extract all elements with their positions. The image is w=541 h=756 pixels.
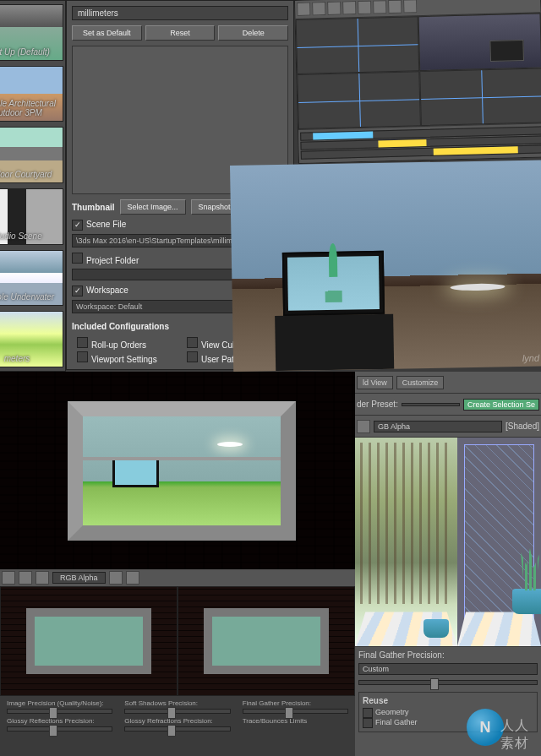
- wireframe-viewport[interactable]: [457, 438, 541, 646]
- ceiling-lamp: [450, 283, 505, 291]
- viewport-left[interactable]: [419, 68, 541, 126]
- toolbar-icon[interactable]: [358, 1, 371, 14]
- right-toolbar-3: GB Alpha [Shaded]: [355, 416, 541, 438]
- right-toolbar: ld View Customize: [355, 372, 541, 394]
- scene-tv: [489, 40, 524, 62]
- copy-icon[interactable]: [19, 571, 32, 585]
- viewport-perspective[interactable]: [418, 13, 541, 71]
- thumb-underwater[interactable]: Sample Underwater: [0, 250, 63, 307]
- set-default-button[interactable]: Set as Default: [72, 25, 142, 41]
- toolbar-icon[interactable]: [373, 0, 386, 14]
- thumb-label: meters: [4, 354, 30, 363]
- interior-tv: [112, 458, 159, 487]
- render-output-a[interactable]: [0, 586, 178, 696]
- channel-dropdown[interactable]: RGB Alpha: [52, 572, 106, 584]
- delete-button[interactable]: Delete: [218, 25, 288, 41]
- shaded-label: [Shaded]: [505, 422, 539, 431]
- striped-tablecloth: [457, 612, 541, 646]
- alpha-dropdown[interactable]: GB Alpha: [374, 421, 502, 432]
- thumb-courtyard[interactable]: Outdoor Courtyard: [0, 127, 63, 183]
- select-image-button[interactable]: Select Image...: [120, 199, 186, 215]
- thumb-label: Outdoor Courtyard: [0, 170, 52, 179]
- toolbar-icon[interactable]: [388, 0, 402, 14]
- thumb-meters[interactable]: meters: [0, 311, 63, 367]
- thumb-label: Start Up (Default): [0, 47, 50, 57]
- customize-tab[interactable]: Customize: [396, 376, 445, 389]
- reset-button[interactable]: Reset: [145, 25, 216, 41]
- soft-shadows-label: Soft Shadows Precision:: [124, 699, 230, 707]
- tv: [282, 251, 385, 316]
- alpha-icon[interactable]: [126, 571, 139, 585]
- render-frame-window: RGB Alpha Image Precision (Quality/Noise…: [0, 569, 355, 756]
- site-watermark: N 人人素材: [467, 709, 534, 749]
- rgb-icon[interactable]: [109, 571, 123, 585]
- preset-label: der Preset:: [357, 400, 398, 409]
- viewport-panel: [294, 0, 541, 164]
- window-frame: [68, 401, 296, 541]
- template-thumbnails: Start Up (Default) Sample Architectural …: [0, 0, 66, 372]
- template-name-field[interactable]: millimeters: [72, 6, 288, 20]
- camera-sequencer: [298, 122, 541, 163]
- glossy-refl-slider[interactable]: [7, 726, 112, 732]
- clone-icon[interactable]: [36, 571, 49, 585]
- right-toolbar-2: der Preset: Create Selection Se: [355, 394, 541, 416]
- final-gather-label: Final Gather Precision:: [243, 699, 348, 707]
- rendered-room-preview: lynd: [230, 160, 541, 372]
- fg-dropdown[interactable]: Custom: [358, 663, 538, 675]
- render-compare: [355, 438, 541, 646]
- thumb-label: Sample Architectural Outdoor 3PM: [0, 99, 59, 117]
- window-bar: [83, 457, 281, 460]
- viewport-front[interactable]: [297, 71, 421, 129]
- thumb-studio[interactable]: Studio Scene: [0, 188, 63, 245]
- thumb-label: Sample Underwater: [0, 292, 54, 302]
- thumb-startup[interactable]: Start Up (Default): [0, 4, 63, 61]
- preset-dropdown[interactable]: [402, 403, 460, 406]
- toolbar-icon[interactable]: [403, 0, 417, 14]
- glossy-refr-slider[interactable]: [124, 726, 230, 732]
- toolbar-icon[interactable]: [342, 1, 356, 14]
- toolbar-icon[interactable]: [297, 3, 310, 16]
- tv-stand: [275, 314, 394, 371]
- toolbar-icon[interactable]: [312, 2, 325, 15]
- watermark-text: 人人素材: [500, 717, 534, 753]
- plant-leaves: [521, 548, 539, 590]
- image-precision-slider[interactable]: [7, 709, 112, 714]
- render-quality-sliders: Image Precision (Quality/Noise): Soft Sh…: [0, 696, 355, 735]
- soft-shadows-slider[interactable]: [124, 709, 230, 714]
- final-gather-slider[interactable]: [243, 709, 348, 714]
- frame-toolbar: RGB Alpha: [0, 569, 355, 586]
- interior-view: [83, 416, 281, 525]
- brick-window-render: [0, 372, 355, 570]
- blue-pot: [512, 589, 541, 614]
- thumb-label: Studio Scene: [0, 231, 42, 241]
- photo-render[interactable]: [355, 438, 457, 646]
- save-icon[interactable]: [2, 571, 15, 585]
- right-render-panel: ld View Customize der Preset: Create Sel…: [355, 372, 541, 756]
- interior-lamp: [217, 442, 243, 447]
- tv-plant-image: [325, 264, 342, 302]
- reuse-title: Reuse: [363, 696, 533, 705]
- view-tab[interactable]: ld View: [357, 376, 393, 389]
- viewport-top[interactable]: [296, 16, 420, 74]
- trace-bounces-label: Trace/Bounces Limits: [243, 717, 348, 725]
- small-pot: [424, 619, 449, 638]
- toolbar-icon[interactable]: [327, 2, 341, 15]
- glossy-refl-label: Glossy Reflections Precision:: [7, 717, 112, 725]
- glossy-refr-label: Glossy Refractions Precision:: [124, 717, 230, 725]
- lynda-watermark: lynd: [522, 353, 539, 363]
- included-config-label: Included Configurations: [72, 322, 169, 331]
- tv-screen: [287, 256, 380, 311]
- create-selection-button[interactable]: Create Selection Se: [463, 399, 539, 411]
- fg-precision-label: Final Gather Precision:: [358, 650, 445, 660]
- watermark-icon: N: [467, 709, 504, 746]
- rollup-orders-checkbox[interactable]: Roll-up Orders: [77, 337, 178, 350]
- viewport-settings-checkbox[interactable]: Viewport Settings: [77, 351, 178, 364]
- tool-icon[interactable]: [357, 420, 370, 433]
- viewport-grid: [296, 13, 541, 129]
- image-precision-label: Image Precision (Quality/Noise):: [7, 699, 112, 707]
- thumbnail-label: Thumbnail: [72, 203, 115, 212]
- thumb-arch-outdoor[interactable]: Sample Architectural Outdoor 3PM: [0, 66, 63, 122]
- render-output-b[interactable]: [178, 586, 355, 696]
- fg-precision-slider[interactable]: [358, 680, 538, 685]
